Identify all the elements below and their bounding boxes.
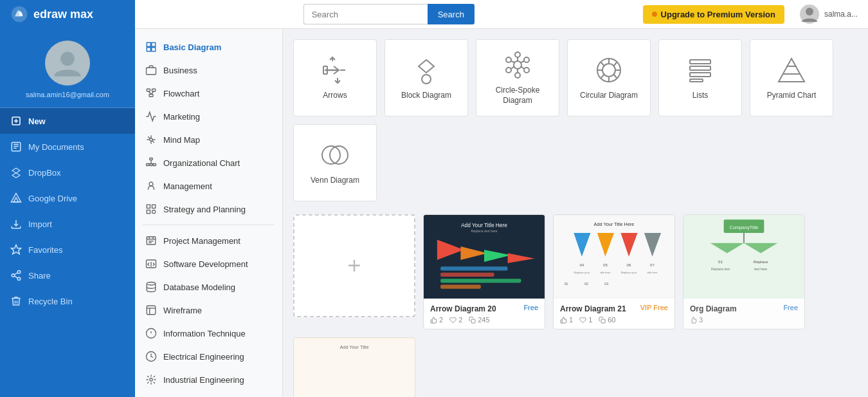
svg-line-33 bbox=[152, 141, 154, 143]
svg-rect-41 bbox=[147, 205, 150, 208]
svg-line-75 bbox=[521, 66, 524, 69]
svg-rect-19 bbox=[147, 48, 150, 51]
category-wireframe[interactable]: Wireframe bbox=[135, 299, 282, 322]
category-label-industrial-engineering: Industrial Engineering bbox=[163, 375, 244, 385]
diagram-card-venn[interactable]: Venn Diagram bbox=[293, 124, 377, 201]
strategy-icon bbox=[145, 203, 157, 215]
svg-text:title here: title here bbox=[647, 271, 658, 274]
sidebar-item-my-documents[interactable]: My Documents bbox=[0, 134, 135, 160]
sidebar-item-recycle-bin[interactable]: Recycle Bin bbox=[0, 288, 135, 314]
svg-text:CompanyTitle: CompanyTitle bbox=[730, 225, 759, 230]
user-icon bbox=[800, 5, 819, 24]
svg-point-44 bbox=[152, 210, 156, 214]
template-stats-org: 3 bbox=[690, 316, 798, 324]
favorites-icon bbox=[10, 244, 22, 255]
category-basic-diagram[interactable]: Basic Diagram bbox=[135, 35, 282, 59]
logo-icon bbox=[10, 5, 28, 23]
lists-label: Lists bbox=[692, 91, 709, 101]
sidebar-item-dropbox[interactable]: DropBox bbox=[0, 160, 135, 185]
svg-point-72 bbox=[524, 57, 529, 62]
sidebar-item-google-drive[interactable]: Google Drive bbox=[0, 185, 135, 211]
svg-rect-130 bbox=[601, 319, 605, 323]
search-button[interactable]: Search bbox=[428, 4, 475, 24]
category-industrial-engineering[interactable]: Industrial Engineering bbox=[135, 368, 282, 391]
svg-point-99 bbox=[322, 146, 340, 164]
svg-line-15 bbox=[14, 276, 17, 278]
main-layout: salma.amin16@gmail.com New My Documents … bbox=[0, 29, 868, 397]
svg-point-2 bbox=[60, 52, 75, 66]
category-label-information-technique: Information Technique bbox=[163, 329, 246, 338]
plus-icon: + bbox=[347, 252, 361, 279]
category-panel: Basic Diagram Business Flowchart Marketi… bbox=[135, 29, 283, 397]
templates-row: + Add Your Title Here Replace text here bbox=[293, 214, 858, 397]
template-card-arrow-21[interactable]: Add Your Title Here 04 05 06 07 Replace bbox=[553, 214, 675, 329]
sidebar-profile: salma.amin16@gmail.com bbox=[0, 29, 135, 108]
svg-text:text here: text here bbox=[754, 267, 767, 271]
svg-rect-111 bbox=[440, 285, 481, 289]
sidebar-avatar bbox=[45, 41, 90, 86]
user-name: salma.a... bbox=[824, 10, 858, 19]
category-software-development[interactable]: Software Development bbox=[135, 252, 282, 275]
category-label-basic-diagram: Basic Diagram bbox=[163, 42, 221, 52]
template-card-extra[interactable]: Add Your Title Arrow Diagram VIP bbox=[293, 337, 415, 397]
category-project-management[interactable]: Project Management bbox=[135, 229, 282, 252]
diagram-card-circle-spoke[interactable]: Circle-Spoke Diagram bbox=[476, 39, 559, 116]
category-management[interactable]: Management bbox=[135, 174, 282, 198]
category-organizational-chart[interactable]: Organizational Chart bbox=[135, 151, 282, 174]
dropbox-icon bbox=[10, 167, 22, 178]
flowchart-icon bbox=[145, 88, 157, 99]
svg-line-32 bbox=[148, 136, 150, 138]
svg-point-14 bbox=[17, 277, 21, 281]
svg-text:Replace text here: Replace text here bbox=[471, 229, 498, 233]
category-business[interactable]: Business bbox=[135, 59, 282, 82]
sidebar-label-share: Share bbox=[28, 271, 51, 281]
new-icon bbox=[10, 115, 22, 127]
sidebar-item-new[interactable]: New bbox=[0, 108, 135, 134]
template-card-org[interactable]: CompanyTitle 01 Replace Replace text tex… bbox=[683, 214, 805, 329]
sidebar-item-import[interactable]: Import bbox=[0, 211, 135, 237]
category-electrical-engineering[interactable]: Electrical Engineering bbox=[135, 345, 282, 368]
sidebar-label-dropbox: DropBox bbox=[28, 168, 61, 178]
svg-point-70 bbox=[515, 52, 520, 57]
diagram-card-pyramid[interactable]: Pyramid Chart bbox=[750, 39, 833, 116]
venn-label: Venn Diagram bbox=[311, 176, 359, 186]
content-area: Arrows Block Diagram bbox=[283, 29, 868, 397]
template-stats-arrow-20: 2 2 245 bbox=[430, 316, 538, 324]
import-icon bbox=[10, 218, 22, 230]
template-info-org: Org Diagram Free 3 bbox=[683, 299, 804, 329]
template-preview-arrow-20: Add Your Title Here Replace text here bbox=[424, 216, 545, 297]
category-marketing[interactable]: Marketing bbox=[135, 105, 282, 128]
business-icon bbox=[145, 64, 157, 76]
svg-text:Add Your Title: Add Your Title bbox=[339, 344, 368, 350]
sidebar-label-recycle-bin: Recycle Bin bbox=[28, 297, 73, 306]
category-database-modeling[interactable]: Database Modeling bbox=[135, 275, 282, 299]
profile-icon bbox=[51, 47, 84, 79]
category-strategy-planning[interactable]: Strategy and Planning bbox=[135, 198, 282, 221]
svg-text:06: 06 bbox=[627, 263, 631, 268]
diagram-card-block[interactable]: Block Diagram bbox=[384, 39, 468, 116]
svg-text:05: 05 bbox=[603, 263, 608, 268]
venn-diagram-icon bbox=[320, 140, 350, 171]
sidebar-item-favorites[interactable]: Favorites bbox=[0, 237, 135, 263]
user-area[interactable]: salma.a... bbox=[800, 5, 858, 24]
template-copies-arrow-20: 245 bbox=[469, 316, 489, 324]
category-information-technique[interactable]: Information Technique bbox=[135, 322, 282, 345]
diagram-card-arrows[interactable]: Arrows bbox=[293, 39, 377, 116]
template-thumb-extra: Add Your Title bbox=[294, 338, 415, 397]
database-icon bbox=[145, 281, 157, 293]
svg-rect-17 bbox=[147, 42, 150, 46]
upgrade-label: Upgrade to Premium Version bbox=[661, 10, 775, 19]
sidebar-item-share[interactable]: Share bbox=[0, 263, 135, 288]
template-thumb-arrow-21: Add Your Title Here 04 05 06 07 Replace bbox=[554, 215, 674, 299]
template-hearts-arrow-21: 1 bbox=[579, 316, 592, 324]
my-documents-icon bbox=[10, 141, 22, 152]
diagram-card-lists[interactable]: Lists bbox=[658, 39, 742, 116]
new-blank-card[interactable]: + bbox=[293, 214, 415, 317]
search-input[interactable] bbox=[303, 4, 428, 24]
template-card-arrow-20[interactable]: Add Your Title Here Replace text here bbox=[423, 214, 545, 329]
category-flowchart[interactable]: Flowchart bbox=[135, 82, 282, 105]
upgrade-button[interactable]: Upgrade to Premium Version bbox=[643, 5, 784, 24]
category-mind-map[interactable]: Mind Map bbox=[135, 128, 282, 151]
svg-marker-7 bbox=[12, 168, 20, 178]
diagram-card-circular[interactable]: Circular Diagram bbox=[567, 39, 651, 116]
